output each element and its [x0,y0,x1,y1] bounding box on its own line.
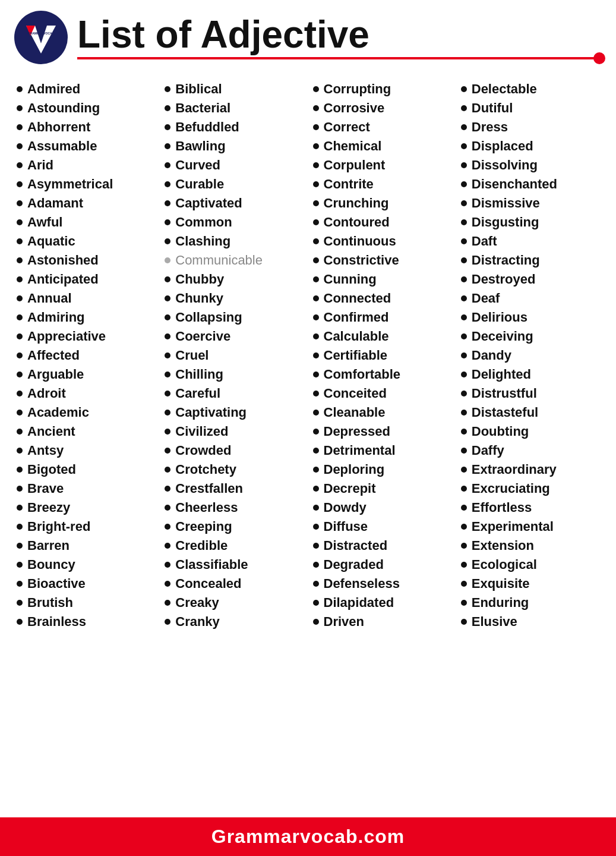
bullet-icon [165,562,170,568]
bullet-icon [17,353,23,358]
list-item: Connected [313,289,451,308]
bullet-icon [461,372,467,377]
word-label: Civilized [175,424,228,439]
word-label: Curable [175,177,224,192]
word-label: Crestfallen [175,481,243,496]
list-item: Effortless [461,498,599,517]
list-item: Daft [461,232,599,251]
title-underline [77,57,602,59]
bullet-icon [313,276,319,282]
list-item: Creaky [165,593,303,612]
list-item: Defenseless [313,574,451,593]
list-item: Asymmetrical [17,175,155,194]
bullet-icon [461,429,467,435]
list-item: Concealed [165,574,303,593]
bullet-icon [313,391,319,396]
word-label: Decrepit [324,481,376,496]
bullet-icon [461,619,467,625]
list-item: Displaced [461,137,599,156]
list-item: Careful [165,384,303,403]
list-item: Biblical [165,80,303,99]
list-item: Civilized [165,422,303,441]
list-item: Doubting [461,422,599,441]
bullet-icon [461,143,467,149]
word-label: Adamant [27,196,83,211]
bullet-icon [461,448,467,454]
bullet-icon [165,410,170,416]
word-label: Dilapidated [324,595,394,610]
word-label: Effortless [472,500,532,515]
word-label: Breezy [27,500,70,515]
list-item: Certifiable [313,346,451,365]
bullet-icon [313,314,319,320]
word-label: Dissolving [472,158,538,173]
word-label: Ancient [27,424,75,439]
word-label: Deploring [324,462,385,477]
bullet-icon [313,295,319,301]
list-item: Appreciative [17,327,155,346]
list-item: Bioactive [17,574,155,593]
bullet-icon [461,391,467,396]
list-item: Delectable [461,80,599,99]
bullet-icon [313,219,319,225]
word-label: Assumable [27,139,97,154]
list-item: Disenchanted [461,175,599,194]
list-item: Extension [461,536,599,555]
word-label: Conceited [324,386,387,401]
bullet-icon [17,124,23,130]
column-2: BiblicalBacterialBefuddledBawlingCurvedC… [160,80,308,811]
word-label: Continuous [324,234,396,249]
word-label: Excruciating [472,481,550,496]
bullet-icon [313,581,319,587]
word-label: Distrustful [472,386,537,401]
word-label: Bouncy [27,557,75,572]
word-label: Academic [27,405,89,420]
list-item: Dandy [461,346,599,365]
bullet-icon [461,562,467,568]
word-label: Arguable [27,367,84,382]
list-item: Destroyed [461,270,599,289]
word-label: Deaf [472,291,500,306]
word-label: Antsy [27,443,64,458]
bullet-icon [165,200,170,206]
word-label: Daft [472,234,497,249]
bullet-icon [461,524,467,530]
bullet-icon [313,238,319,244]
word-label: Certifiable [324,348,388,363]
list-item: Curable [165,175,303,194]
word-label: Bacterial [175,100,230,116]
bullet-icon [17,505,23,511]
word-label: Contrite [324,177,374,192]
word-label: Corrosive [324,100,385,116]
list-item: Affected [17,346,155,365]
list-item: Distasteful [461,403,599,422]
word-label: Corrupting [324,81,391,97]
word-label: Admired [27,81,80,97]
bullet-icon [165,391,170,396]
bullet-icon [165,505,170,511]
list-item: Cleanable [313,403,451,422]
list-item: Diffuse [313,517,451,536]
list-item: Antsy [17,441,155,460]
footer-url: Grammarvocab.com [8,826,608,848]
bullet-icon [461,238,467,244]
bullet-icon [461,486,467,492]
list-item: Brave [17,479,155,498]
bullet-icon [165,333,170,339]
list-item: Correct [313,118,451,137]
list-item: Ancient [17,422,155,441]
bullet-icon [165,181,170,187]
bullet-icon [17,276,23,282]
list-item: Dutiful [461,99,599,118]
svg-point-0 [14,11,68,64]
list-item: Chunky [165,289,303,308]
word-label: Common [175,215,232,230]
bullet-icon [313,86,319,92]
word-label: Displaced [472,139,533,154]
word-label: Extraordinary [472,462,557,477]
bullet-icon [461,353,467,358]
list-item: Admired [17,80,155,99]
word-label: Distracted [324,538,388,553]
list-item: Astonished [17,251,155,270]
list-item: Deceiving [461,327,599,346]
